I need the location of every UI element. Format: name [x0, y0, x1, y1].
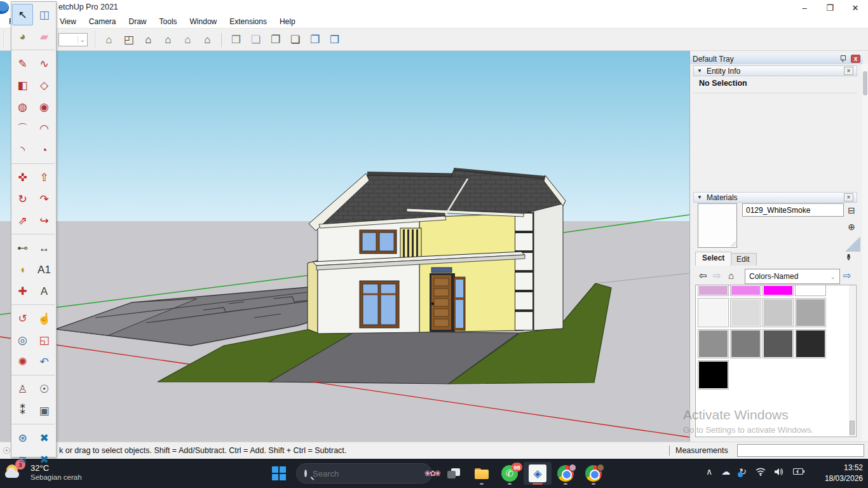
look-around[interactable]: ☉: [34, 378, 55, 400]
style-back-edges[interactable]: ❐: [266, 31, 285, 48]
toolbar-grip[interactable]: [94, 31, 97, 48]
view-left[interactable]: ⌂: [198, 31, 217, 48]
two-point-arc[interactable]: ⌒: [12, 118, 33, 139]
zoom-window[interactable]: ◱: [34, 329, 55, 351]
lightgray[interactable]: [763, 298, 794, 327]
restore-button[interactable]: ❐: [817, 0, 843, 15]
menu-item[interactable]: Tools: [153, 15, 184, 28]
freehand[interactable]: ∿: [34, 53, 55, 74]
zoom-extents[interactable]: ✺: [12, 351, 33, 372]
task-view-button[interactable]: [440, 462, 468, 485]
polygon[interactable]: ◉: [34, 96, 55, 118]
material-preview[interactable]: [698, 203, 737, 248]
view-top[interactable]: ◰: [119, 31, 139, 48]
chevron-down-icon[interactable]: ⌄: [78, 36, 87, 43]
collapse-arrow-icon[interactable]: ▼: [697, 194, 702, 200]
material-name-field[interactable]: [742, 203, 844, 217]
sync-icon[interactable]: ↻: [739, 466, 747, 477]
tray-scrollbar[interactable]: [862, 64, 868, 442]
offset[interactable]: ↪: [34, 210, 55, 231]
entity-info-close-button[interactable]: ×: [844, 67, 853, 75]
materials-close-button[interactable]: ×: [844, 193, 853, 201]
sketchup-taskbar-button[interactable]: ◈: [524, 462, 552, 485]
file-explorer-button[interactable]: [468, 462, 496, 485]
sandbox-from-scratch[interactable]: ⊛: [12, 427, 33, 449]
view-front[interactable]: ⌂: [139, 31, 158, 48]
geolocation-icon[interactable]: ☉: [3, 445, 11, 456]
magenta[interactable]: [763, 285, 794, 296]
menu-item[interactable]: Extensions: [223, 15, 273, 28]
gray[interactable]: [730, 329, 761, 358]
plum[interactable]: [698, 285, 729, 296]
model-viewport[interactable]: [0, 51, 689, 442]
scale-combobox[interactable]: ⌄: [58, 33, 88, 46]
orbit[interactable]: ↺: [12, 308, 33, 329]
zoom[interactable]: ◎: [12, 329, 33, 351]
dimension[interactable]: ↔: [34, 237, 55, 259]
home-icon[interactable]: ⌂: [728, 270, 734, 281]
taskbar-search[interactable]: ❀✿❀: [296, 463, 432, 484]
view-right[interactable]: ⌂: [158, 31, 178, 48]
tray-scrollbar-thumb[interactable]: [863, 71, 867, 95]
style-shaded[interactable]: ❐: [305, 31, 325, 48]
walk[interactable]: ⁑: [12, 400, 33, 421]
pie[interactable]: ◔: [34, 139, 55, 161]
pan[interactable]: ☝: [34, 308, 55, 329]
materials-scrollbar-thumb[interactable]: [850, 421, 855, 435]
volume-icon[interactable]: [775, 468, 784, 476]
collapse-arrow-icon[interactable]: ▼: [697, 68, 702, 74]
previous[interactable]: ↶: [34, 351, 55, 372]
whitesmoke[interactable]: [698, 298, 729, 327]
close-button[interactable]: ✕: [843, 0, 868, 15]
violet[interactable]: [730, 285, 761, 296]
entity-info-header[interactable]: ▼ Entity Info ×: [693, 65, 857, 76]
forward-arrow-icon[interactable]: ⇨: [713, 270, 721, 281]
verydarkgray[interactable]: [795, 329, 826, 358]
collection-dropdown[interactable]: Colors-Named ⌄: [745, 269, 840, 284]
tray-close-button[interactable]: x: [851, 55, 860, 63]
view-back[interactable]: ⌂: [178, 31, 198, 48]
style-monochrome[interactable]: ❒: [325, 31, 344, 48]
select[interactable]: ↖: [12, 4, 33, 25]
push-pull[interactable]: ⇧: [34, 166, 55, 188]
tray-header[interactable]: Default Tray x: [690, 53, 863, 64]
tab-edit[interactable]: Edit: [729, 253, 757, 266]
rotate[interactable]: ↻: [12, 188, 33, 210]
black[interactable]: [698, 360, 729, 390]
circle[interactable]: ◍: [12, 96, 33, 118]
sample-paint-icon[interactable]: [845, 236, 860, 252]
eraser[interactable]: ▰: [34, 25, 55, 47]
menu-item[interactable]: View: [53, 15, 83, 28]
dimgray[interactable]: [763, 329, 794, 358]
move[interactable]: ✜: [12, 166, 33, 188]
section-plane[interactable]: ▣: [34, 400, 55, 421]
scale[interactable]: ⇗: [12, 210, 33, 231]
menu-item[interactable]: Camera: [83, 15, 123, 28]
text[interactable]: A1: [34, 259, 55, 280]
main-window[interactable]: [360, 281, 399, 328]
three-point-arc[interactable]: ◝: [12, 139, 33, 161]
axes[interactable]: ✚: [12, 280, 33, 302]
paint-bucket[interactable]: ◕: [12, 25, 33, 47]
onedrive-icon[interactable]: ☁: [721, 466, 730, 477]
wifi-icon[interactable]: [756, 468, 766, 476]
three-d-text[interactable]: A: [34, 280, 55, 302]
materials-scrollbar[interactable]: [849, 285, 855, 437]
menu-item[interactable]: Help: [273, 15, 302, 28]
arc[interactable]: ◠: [34, 118, 55, 139]
tab-select[interactable]: Select: [695, 252, 731, 266]
upper-window[interactable]: [360, 230, 397, 254]
line[interactable]: ✎: [12, 53, 33, 74]
hidden-icons-chevron[interactable]: ∧: [706, 466, 712, 477]
whatsapp-button[interactable]: ✆ 98: [496, 462, 524, 485]
house-model[interactable]: [308, 168, 566, 334]
secondary-pane-icon[interactable]: ⊟: [844, 203, 858, 217]
view-iso[interactable]: ⌂: [99, 31, 119, 48]
chrome-profile-1-button[interactable]: [552, 462, 580, 485]
taskbar-clock[interactable]: 13:52 18/03/2026: [825, 463, 863, 484]
rectangle[interactable]: ◧: [12, 74, 33, 96]
create-material-icon[interactable]: ⊕: [844, 220, 858, 234]
toolbar-grip[interactable]: [3, 31, 5, 48]
eyedropper-icon[interactable]: ✒: [843, 254, 854, 262]
rotated-rectangle[interactable]: ◇: [34, 74, 55, 96]
